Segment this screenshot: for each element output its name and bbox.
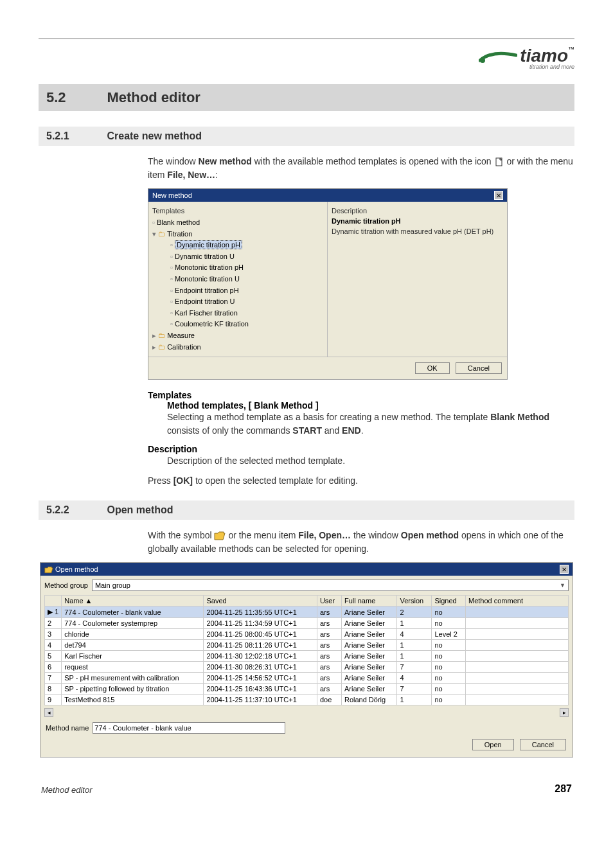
method-name-input[interactable] [93, 722, 285, 734]
open-intro: With the symbol or the menu item File, O… [148, 529, 574, 556]
logo: tiamo™ titration and more [39, 46, 574, 71]
tree-item[interactable]: Dynamic titration U [170, 251, 323, 263]
section-heading: 5.2 Method editor [39, 84, 574, 111]
col-fullname[interactable]: Full name [341, 596, 396, 607]
open-button[interactable]: Open [472, 739, 514, 750]
tree-item[interactable]: Karl Fischer titration [170, 308, 323, 319]
footer-page-number: 287 [555, 783, 572, 795]
scroll-right-icon[interactable]: ▸ [560, 708, 569, 717]
method-name-label: Method name [46, 724, 89, 732]
table-row[interactable]: 7SP - pH mesurement with calibration2004… [45, 673, 569, 684]
section-number: 5.2 [46, 89, 104, 106]
open-folder-icon [44, 566, 53, 574]
tree-item[interactable]: Monotonic titration U [170, 274, 323, 285]
section-label: Method editor [107, 89, 200, 105]
cancel-button[interactable]: Cancel [520, 739, 566, 750]
def-templates: Templates [148, 390, 574, 400]
description-header: Description [332, 206, 503, 217]
table-row[interactable]: 5Karl Fischer2004-11-30 12:02:18 UTC+1ar… [45, 651, 569, 662]
logo-text: tiamo [520, 46, 568, 66]
table-row[interactable]: 8SP - pipetting followed by titration200… [45, 684, 569, 695]
dialog-title: Open method [55, 565, 98, 573]
def-description: Description [148, 444, 574, 454]
tree-item-selected[interactable]: Dynamic titration pH [175, 240, 242, 249]
table-row[interactable]: 4det7942004-11-25 08:11:26 UTC+1arsArian… [45, 640, 569, 651]
footer-left: Method editor [41, 785, 93, 795]
col-name[interactable]: Name ▲ [62, 596, 204, 607]
tree-blank[interactable]: Blank method [152, 217, 323, 229]
table-row[interactable]: 6request2004-11-30 08:26:31 UTC+1arsAria… [45, 662, 569, 673]
col-version[interactable]: Version [397, 596, 432, 607]
subsection-number: 5.2.1 [46, 130, 104, 142]
col-user[interactable]: User [317, 596, 341, 607]
methods-table[interactable]: Name ▲ Saved User Full name Version Sign… [44, 595, 569, 705]
new-method-dialog: New method ✕ Templates Blank method 🗀 Ti… [148, 188, 508, 380]
templates-header: Templates [152, 206, 323, 217]
tree-titration: 🗀 Titration [152, 229, 323, 240]
table-header-row: Name ▲ Saved User Full name Version Sign… [45, 596, 569, 607]
dialog-titlebar: Open method ✕ [40, 563, 573, 576]
close-icon[interactable]: ✕ [494, 191, 503, 200]
method-group-combo[interactable]: Main group ▼ [92, 580, 569, 591]
tree-item[interactable]: Coulometric KF titration [170, 319, 323, 330]
logo-tm: ™ [568, 46, 574, 53]
close-icon[interactable]: ✕ [560, 565, 569, 574]
table-row[interactable]: 9TestMethod 8152004-11-25 11:37:10 UTC+1… [45, 695, 569, 705]
press-ok-text: Press [OK] to open the selected template… [148, 474, 574, 488]
col-saved[interactable]: Saved [204, 596, 317, 607]
description-body: Dynamic titration with measured value pH… [332, 227, 503, 235]
table-row[interactable]: 3chloride2004-11-25 08:00:45 UTC+1arsAri… [45, 629, 569, 640]
subsection-open: 5.2.2 Open method [39, 500, 574, 520]
chevron-down-icon: ▼ [560, 582, 565, 589]
tree-item[interactable]: Monotonic titration pH [170, 262, 323, 274]
subsection-label: Create new method [107, 130, 202, 141]
method-group-value: Main group [95, 581, 130, 589]
new-method-icon [494, 157, 504, 167]
open-folder-icon [214, 531, 226, 540]
horizontal-scrollbar[interactable]: ◂ ▸ [44, 708, 569, 717]
table-row[interactable]: 2774 - Coulometer systemprep2004-11-25 1… [45, 618, 569, 629]
cancel-button[interactable]: Cancel [456, 362, 502, 374]
svg-point-0 [480, 58, 485, 63]
subsection-number: 5.2.2 [46, 504, 104, 516]
template-tree[interactable]: Blank method 🗀 Titration Dynamic titrati… [152, 217, 323, 353]
col-comment[interactable]: Method comment [466, 596, 569, 607]
def-templates-sub: Method templates, [ Blank Method ] [167, 400, 574, 411]
dialog-title: New method [152, 191, 192, 199]
tree-item[interactable]: Endpoint titration U [170, 296, 323, 308]
subsection-label: Open method [107, 504, 173, 515]
subsection-create: 5.2.1 Create new method [39, 127, 574, 146]
tree-item[interactable]: Endpoint titration pH [170, 285, 323, 297]
col-signed[interactable]: Signed [432, 596, 466, 607]
open-method-dialog: Open method ✕ Method group Main group ▼ … [40, 562, 573, 757]
scroll-left-icon[interactable]: ◂ [44, 708, 53, 717]
ok-button[interactable]: OK [415, 362, 450, 374]
logo-swoosh-icon [479, 48, 517, 64]
def-templates-body: Selecting a method template as a basis f… [167, 411, 574, 438]
tree-calibration: 🗀 Calibration [152, 342, 323, 353]
tree-measure: 🗀 Measure [152, 330, 323, 342]
description-title: Dynamic titration pH [332, 217, 503, 225]
table-row[interactable]: ▶ 1774 - Coulometer - blank value2004-11… [45, 607, 569, 618]
col-index[interactable] [45, 596, 62, 607]
def-description-body: Description of the selected method templ… [167, 454, 574, 468]
create-intro: The window New method with the available… [148, 155, 574, 182]
dialog-titlebar: New method ✕ [148, 189, 507, 202]
method-group-label: Method group [44, 581, 88, 589]
